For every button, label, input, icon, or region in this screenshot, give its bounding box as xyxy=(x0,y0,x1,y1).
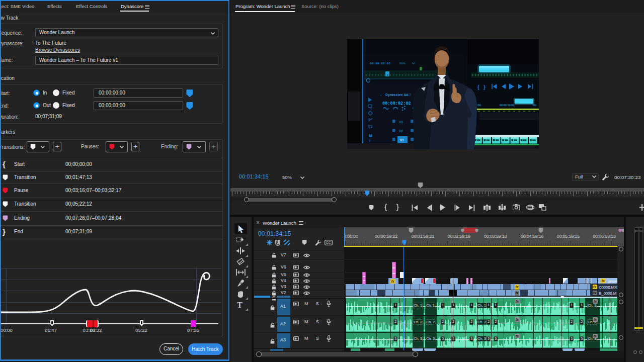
svg-text:V2: V2 xyxy=(399,129,403,133)
svg-text:»: » xyxy=(380,94,382,97)
svg-text:}: } xyxy=(484,84,486,90)
svg-text:00:00:02:02: 00:00:02:02 xyxy=(382,101,411,106)
svg-text:V1: V1 xyxy=(400,138,404,142)
svg-text:50%: 50% xyxy=(399,62,406,65)
svg-text:{: { xyxy=(477,84,479,90)
svg-text:00:00:10:00: 00:00:10:00 xyxy=(500,104,514,107)
svg-text:Dynascore Ad: Dynascore Ad xyxy=(385,93,408,97)
svg-text:V3: V3 xyxy=(399,120,403,124)
svg-text:00:00:02:02: 00:00:02:02 xyxy=(370,62,390,65)
svg-text:T: T xyxy=(369,139,371,143)
svg-text:☰: ☰ xyxy=(409,94,411,97)
svg-text:00:: 00: xyxy=(533,104,537,107)
svg-text::00: :00 xyxy=(477,104,481,107)
